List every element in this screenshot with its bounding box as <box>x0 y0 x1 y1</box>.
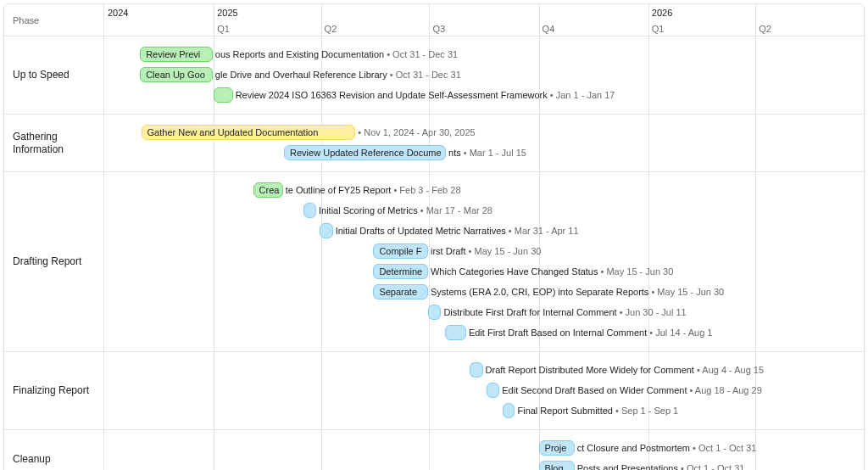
task-label: Clean Up Goo <box>146 70 205 80</box>
task-dates: • Oct 1 - Oct 31 <box>693 443 756 453</box>
task-row: Draft Report Distributed More Widely for… <box>104 361 864 381</box>
task-dates: • Nov 1, 2024 - Apr 30, 2025 <box>358 127 475 137</box>
task-label: Proje <box>545 443 567 453</box>
phase-label: Drafting Report <box>4 172 103 352</box>
task-label-overflow: Final Report Submitted • Sep 1 - Sep 1 <box>514 403 678 418</box>
task-row: Edit First Draft Based on Internal Comme… <box>104 323 864 344</box>
task-bar[interactable]: Review 2024 ISO 16363 Revision and Updat… <box>214 87 232 103</box>
task-label-overflow: Edit First Draft Based on Internal Comme… <box>465 325 713 340</box>
task-row: Review 2024 ISO 16363 Revision and Updat… <box>104 86 864 106</box>
task-bar[interactable]: Distribute First Draft for Internal Comm… <box>428 305 441 320</box>
task-dates: • Mar 1 - Jul 15 <box>464 148 526 158</box>
task-bar[interactable]: Project Closure and Postmortem • Oct 1 -… <box>539 440 575 456</box>
task-row: Separate Systems (ERA 2.0, CRI, EOP) int… <box>104 283 864 303</box>
task-row: Clean Up Google Drive and Overhaul Refer… <box>104 65 864 86</box>
phase-block: Project Closure and Postmortem • Oct 1 -… <box>104 430 864 470</box>
task-label-overflow: Posts and Presentations • Oct 1 - Oct 31 <box>574 461 745 471</box>
phase-block: Review Previous Reports and Existing Doc… <box>104 36 864 115</box>
task-label-overflow: Systems (ERA 2.0, CRI, EOP) into Separat… <box>427 284 724 299</box>
task-dates: • May 15 - Jun 30 <box>601 266 674 277</box>
task-row: Gather New and Updated Documentation • N… <box>104 123 864 143</box>
task-row: Compile First Draft • May 15 - Jun 30 <box>104 242 864 262</box>
task-bar[interactable]: Initial Scoring of Metrics • Mar 17 - Ma… <box>303 203 316 218</box>
phase-block: Draft Report Distributed More Widely for… <box>104 352 864 430</box>
task-label-overflow: irst Draft • May 15 - Jun 30 <box>427 243 541 259</box>
task-label: Separate <box>379 287 417 297</box>
task-dates: • Jun 30 - Jul 11 <box>620 307 687 317</box>
task-dates: • Mar 31 - Apr 11 <box>509 226 579 236</box>
task-row: Create Outline of FY25 Report • Feb 3 - … <box>104 181 864 201</box>
task-row: Edit Second Draft Based on Wider Comment… <box>104 381 864 401</box>
task-label: Crea <box>259 185 280 195</box>
task-dates: • Aug 18 - Aug 29 <box>690 385 762 395</box>
phase-label: Gathering Information <box>4 115 103 172</box>
gantt-chart: Phase Up to SpeedGathering InformationDr… <box>3 3 865 470</box>
task-label-overflow: Initial Scoring of Metrics • Mar 17 - Ma… <box>315 203 492 218</box>
task-dates: • Aug 4 - Aug 15 <box>697 365 764 375</box>
task-label: Gather New and Updated Documentation <box>147 127 319 137</box>
task-bar[interactable]: Clean Up Google Drive and Overhaul Refer… <box>140 67 213 82</box>
task-dates: • Sep 1 - Sep 1 <box>615 406 678 416</box>
task-label-overflow: Initial Drafts of Updated Metric Narrati… <box>332 223 579 238</box>
task-label-overflow: Distribute First Draft for Internal Comm… <box>440 305 686 320</box>
task-dates: • May 15 - Jun 30 <box>651 287 724 297</box>
task-bar[interactable]: Review Updated Reference Documents • Mar… <box>284 145 446 160</box>
timeline: 202420252026 Q1Q2Q3Q4Q1Q2 Review Previou… <box>104 4 864 470</box>
task-dates: • Jan 1 - Jan 17 <box>550 90 615 100</box>
task-bar[interactable]: Create Outline of FY25 Report • Feb 3 - … <box>253 182 283 198</box>
task-dates: • Oct 31 - Dec 31 <box>387 49 458 59</box>
task-bar[interactable]: Blog Posts and Presentations • Oct 1 - O… <box>539 461 575 470</box>
task-bar[interactable]: Gather New and Updated Documentation • N… <box>142 125 356 140</box>
task-dates: • Feb 3 - Feb 28 <box>393 185 460 195</box>
phase-label: Cleanup <box>4 430 103 470</box>
task-bar[interactable]: Separate Systems (ERA 2.0, CRI, EOP) int… <box>373 284 428 299</box>
task-label-overflow: ous Reports and Existing Documentation •… <box>212 47 458 62</box>
task-row: Review Previous Reports and Existing Doc… <box>104 45 864 65</box>
task-row: Review Updated Reference Documents • Mar… <box>104 143 864 164</box>
task-label: Blog <box>545 463 564 470</box>
task-label: Review Previ <box>146 49 200 59</box>
task-label-overflow: Draft Report Distributed More Widely for… <box>482 362 765 378</box>
task-bar[interactable]: Compile First Draft • May 15 - Jun 30 <box>373 243 428 259</box>
task-bar[interactable]: Determine Which Categories Have Changed … <box>373 264 428 279</box>
task-row: Determine Which Categories Have Changed … <box>104 262 864 283</box>
task-dates: • Oct 1 - Oct 31 <box>681 463 744 471</box>
task-dates: • Mar 17 - Mar 28 <box>420 205 492 215</box>
task-bar[interactable]: Initial Drafts of Updated Metric Narrati… <box>320 223 332 238</box>
phase-label: Up to Speed <box>4 36 103 115</box>
task-label-overflow: • Nov 1, 2024 - Apr 30, 2025 <box>354 125 475 140</box>
task-label-overflow: Which Categories Have Changed Status • M… <box>427 264 673 279</box>
task-dates: • Jul 14 - Aug 1 <box>649 327 712 338</box>
task-row: Distribute First Draft for Internal Comm… <box>104 303 864 323</box>
task-row: Final Report Submitted • Sep 1 - Sep 1 <box>104 401 864 422</box>
task-label-overflow: Review 2024 ISO 16363 Revision and Updat… <box>232 87 615 103</box>
task-dates: • May 15 - Jun 30 <box>469 246 542 256</box>
phase-block: Create Outline of FY25 Report • Feb 3 - … <box>104 172 864 352</box>
task-label-overflow: ct Closure and Postmortem • Oct 1 - Oct … <box>574 440 757 456</box>
task-bar[interactable]: Review Previous Reports and Existing Doc… <box>140 47 213 62</box>
phase-column: Phase Up to SpeedGathering InformationDr… <box>4 4 104 470</box>
task-dates: • Oct 31 - Dec 31 <box>390 70 461 80</box>
task-label-overflow: gle Drive and Overhaul Reference Library… <box>212 67 461 82</box>
task-label-overflow: nts • Mar 1 - Jul 15 <box>445 145 526 160</box>
phase-header: Phase <box>4 4 103 36</box>
task-row: Initial Drafts of Updated Metric Narrati… <box>104 221 864 242</box>
task-row: Project Closure and Postmortem • Oct 1 -… <box>104 439 864 459</box>
task-label: Determine <box>379 266 422 277</box>
task-bar[interactable]: Edit Second Draft Based on Wider Comment… <box>487 383 499 398</box>
phase-block: Gather New and Updated Documentation • N… <box>104 115 864 172</box>
task-row: Blog Posts and Presentations • Oct 1 - O… <box>104 459 864 470</box>
task-bar[interactable]: Draft Report Distributed More Widely for… <box>470 362 482 378</box>
phase-label: Finalizing Report <box>4 352 103 430</box>
task-label: Review Updated Reference Docume <box>290 148 442 158</box>
task-label-overflow: te Outline of FY25 Report • Feb 3 - Feb … <box>282 182 461 198</box>
task-row: Initial Scoring of Metrics • Mar 17 - Ma… <box>104 201 864 221</box>
task-bar[interactable]: Final Report Submitted • Sep 1 - Sep 1 <box>503 403 515 418</box>
task-label-overflow: Edit Second Draft Based on Wider Comment… <box>498 383 762 398</box>
task-bar[interactable]: Edit First Draft Based on Internal Comme… <box>445 325 466 340</box>
task-label: Compile F <box>379 246 421 256</box>
